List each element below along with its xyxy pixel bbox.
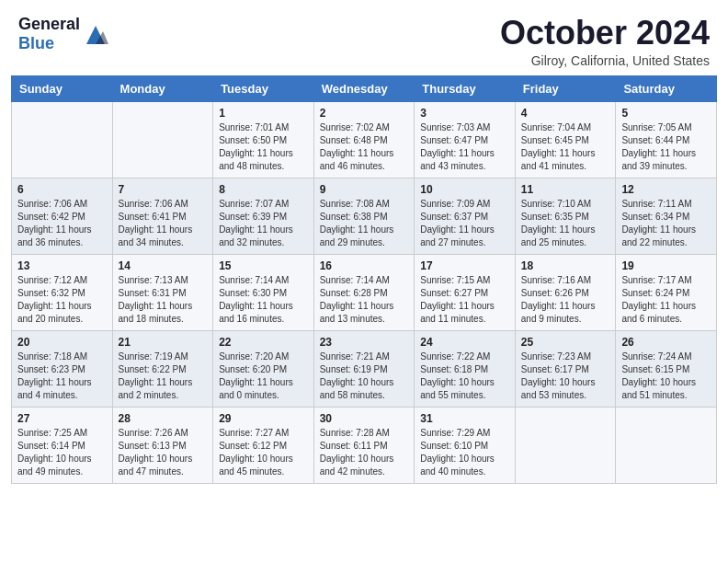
day-number: 26	[621, 336, 711, 349]
title-block: October 2024 Gilroy, California, United …	[500, 15, 710, 68]
day-number: 31	[420, 412, 509, 425]
day-number: 21	[119, 336, 208, 349]
cell-w5-d4: 31Sunrise: 7:29 AMSunset: 6:10 PMDayligh…	[415, 407, 516, 483]
calendar-body: 1Sunrise: 7:01 AMSunset: 6:50 PMDaylight…	[12, 101, 717, 483]
day-number: 28	[119, 412, 208, 425]
day-number: 8	[219, 183, 308, 196]
header-saturday: Saturday	[616, 75, 717, 101]
day-number: 11	[521, 183, 610, 196]
cell-w1-d3: 2Sunrise: 7:02 AMSunset: 6:48 PMDaylight…	[313, 101, 415, 178]
day-number: 19	[621, 259, 711, 272]
day-number: 12	[621, 183, 711, 196]
cell-w2-d1: 7Sunrise: 7:06 AMSunset: 6:41 PMDaylight…	[112, 178, 213, 254]
header: General Blue October 2024 Gilroy, Califo…	[0, 0, 728, 75]
header-thursday: Thursday	[415, 75, 516, 101]
day-number: 22	[219, 336, 308, 349]
day-number: 23	[320, 336, 409, 349]
week-row-4: 20Sunrise: 7:18 AMSunset: 6:23 PMDayligh…	[12, 330, 717, 407]
cell-w5-d2: 29Sunrise: 7:27 AMSunset: 6:12 PMDayligh…	[213, 407, 314, 483]
day-number: 5	[621, 107, 711, 120]
cell-w2-d0: 6Sunrise: 7:06 AMSunset: 6:42 PMDaylight…	[12, 178, 113, 254]
day-info: Sunrise: 7:19 AMSunset: 6:22 PMDaylight:…	[119, 350, 208, 402]
day-number: 25	[521, 336, 610, 349]
day-info: Sunrise: 7:14 AMSunset: 6:28 PMDaylight:…	[320, 274, 409, 326]
logo-icon	[83, 22, 108, 48]
week-row-3: 13Sunrise: 7:12 AMSunset: 6:32 PMDayligh…	[12, 254, 717, 330]
day-info: Sunrise: 7:12 AMSunset: 6:32 PMDaylight:…	[17, 274, 107, 326]
day-number: 9	[320, 183, 409, 196]
day-info: Sunrise: 7:16 AMSunset: 6:26 PMDaylight:…	[521, 274, 610, 326]
cell-w4-d4: 24Sunrise: 7:22 AMSunset: 6:18 PMDayligh…	[415, 330, 516, 407]
day-info: Sunrise: 7:28 AMSunset: 6:11 PMDaylight:…	[320, 427, 409, 478]
day-number: 6	[17, 183, 107, 196]
day-info: Sunrise: 7:23 AMSunset: 6:17 PMDaylight:…	[521, 350, 610, 402]
header-friday: Friday	[515, 75, 616, 101]
day-info: Sunrise: 7:20 AMSunset: 6:20 PMDaylight:…	[219, 350, 308, 402]
cell-w3-d5: 18Sunrise: 7:16 AMSunset: 6:26 PMDayligh…	[515, 254, 616, 330]
day-info: Sunrise: 7:15 AMSunset: 6:27 PMDaylight:…	[420, 274, 509, 326]
cell-w1-d1	[112, 101, 213, 178]
cell-w1-d5: 4Sunrise: 7:04 AMSunset: 6:45 PMDaylight…	[515, 101, 616, 178]
day-info: Sunrise: 7:03 AMSunset: 6:47 PMDaylight:…	[420, 121, 509, 173]
day-info: Sunrise: 7:10 AMSunset: 6:35 PMDaylight:…	[521, 198, 610, 249]
day-number: 16	[320, 259, 409, 272]
cell-w4-d0: 20Sunrise: 7:18 AMSunset: 6:23 PMDayligh…	[12, 330, 113, 407]
day-number: 17	[420, 259, 509, 272]
cell-w3-d0: 13Sunrise: 7:12 AMSunset: 6:32 PMDayligh…	[12, 254, 113, 330]
day-number: 24	[420, 336, 509, 349]
day-number: 1	[219, 107, 308, 120]
cell-w1-d2: 1Sunrise: 7:01 AMSunset: 6:50 PMDaylight…	[213, 101, 314, 178]
calendar-wrapper: Sunday Monday Tuesday Wednesday Thursday…	[0, 75, 728, 495]
header-sunday: Sunday	[12, 75, 113, 101]
day-info: Sunrise: 7:08 AMSunset: 6:38 PMDaylight:…	[320, 198, 409, 249]
location: Gilroy, California, United States	[500, 53, 710, 68]
day-number: 13	[17, 259, 107, 272]
day-info: Sunrise: 7:14 AMSunset: 6:30 PMDaylight:…	[219, 274, 308, 326]
day-info: Sunrise: 7:07 AMSunset: 6:39 PMDaylight:…	[219, 198, 308, 249]
cell-w4-d1: 21Sunrise: 7:19 AMSunset: 6:22 PMDayligh…	[112, 330, 213, 407]
day-info: Sunrise: 7:17 AMSunset: 6:24 PMDaylight:…	[621, 274, 711, 326]
day-number: 20	[17, 336, 107, 349]
month-title: October 2024	[500, 15, 710, 52]
cell-w2-d4: 10Sunrise: 7:09 AMSunset: 6:37 PMDayligh…	[415, 178, 516, 254]
cell-w3-d4: 17Sunrise: 7:15 AMSunset: 6:27 PMDayligh…	[415, 254, 516, 330]
logo-blue-text: Blue	[18, 34, 80, 53]
day-info: Sunrise: 7:01 AMSunset: 6:50 PMDaylight:…	[219, 121, 308, 173]
weekday-header-row: Sunday Monday Tuesday Wednesday Thursday…	[12, 75, 717, 101]
day-number: 15	[219, 259, 308, 272]
cell-w4-d5: 25Sunrise: 7:23 AMSunset: 6:17 PMDayligh…	[515, 330, 616, 407]
cell-w2-d2: 8Sunrise: 7:07 AMSunset: 6:39 PMDaylight…	[213, 178, 314, 254]
day-info: Sunrise: 7:04 AMSunset: 6:45 PMDaylight:…	[521, 121, 610, 173]
day-info: Sunrise: 7:27 AMSunset: 6:12 PMDaylight:…	[219, 427, 308, 478]
header-monday: Monday	[112, 75, 213, 101]
header-wednesday: Wednesday	[313, 75, 415, 101]
calendar-table: Sunday Monday Tuesday Wednesday Thursday…	[11, 75, 717, 484]
cell-w4-d6: 26Sunrise: 7:24 AMSunset: 6:15 PMDayligh…	[616, 330, 717, 407]
cell-w5-d6	[616, 407, 717, 483]
day-info: Sunrise: 7:13 AMSunset: 6:31 PMDaylight:…	[119, 274, 208, 326]
cell-w4-d2: 22Sunrise: 7:20 AMSunset: 6:20 PMDayligh…	[213, 330, 314, 407]
day-number: 14	[119, 259, 208, 272]
cell-w3-d6: 19Sunrise: 7:17 AMSunset: 6:24 PMDayligh…	[616, 254, 717, 330]
day-info: Sunrise: 7:06 AMSunset: 6:42 PMDaylight:…	[17, 198, 107, 249]
week-row-5: 27Sunrise: 7:25 AMSunset: 6:14 PMDayligh…	[12, 407, 717, 483]
cell-w4-d3: 23Sunrise: 7:21 AMSunset: 6:19 PMDayligh…	[313, 330, 415, 407]
day-info: Sunrise: 7:22 AMSunset: 6:18 PMDaylight:…	[420, 350, 509, 402]
week-row-2: 6Sunrise: 7:06 AMSunset: 6:42 PMDaylight…	[12, 178, 717, 254]
cell-w2-d3: 9Sunrise: 7:08 AMSunset: 6:38 PMDaylight…	[313, 178, 415, 254]
logo-text: General Blue	[18, 15, 80, 52]
day-number: 18	[521, 259, 610, 272]
cell-w5-d0: 27Sunrise: 7:25 AMSunset: 6:14 PMDayligh…	[12, 407, 113, 483]
day-info: Sunrise: 7:18 AMSunset: 6:23 PMDaylight:…	[17, 350, 107, 402]
day-info: Sunrise: 7:29 AMSunset: 6:10 PMDaylight:…	[420, 427, 509, 478]
cell-w1-d0	[12, 101, 113, 178]
cell-w5-d5	[515, 407, 616, 483]
day-info: Sunrise: 7:09 AMSunset: 6:37 PMDaylight:…	[420, 198, 509, 249]
day-info: Sunrise: 7:05 AMSunset: 6:44 PMDaylight:…	[621, 121, 711, 173]
logo-general-text: General	[18, 15, 80, 34]
day-info: Sunrise: 7:11 AMSunset: 6:34 PMDaylight:…	[621, 198, 711, 249]
cell-w1-d6: 5Sunrise: 7:05 AMSunset: 6:44 PMDaylight…	[616, 101, 717, 178]
cell-w2-d5: 11Sunrise: 7:10 AMSunset: 6:35 PMDayligh…	[515, 178, 616, 254]
day-info: Sunrise: 7:21 AMSunset: 6:19 PMDaylight:…	[320, 350, 409, 402]
cell-w1-d4: 3Sunrise: 7:03 AMSunset: 6:47 PMDaylight…	[415, 101, 516, 178]
